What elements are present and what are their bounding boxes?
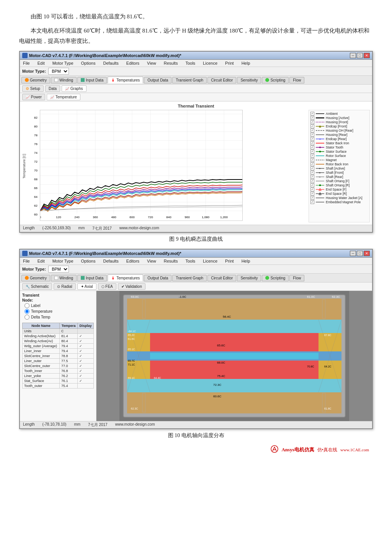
tab-sensitivity-2[interactable]: Sensitivity [237,275,261,281]
sub-tab-schematic-2[interactable]: 🔧 Schematic [22,283,52,290]
close-button-1[interactable]: ✕ [364,53,370,58]
menu-defaults-2[interactable]: Defaults [101,258,120,264]
menu-options-2[interactable]: Options [80,258,97,264]
tab-geometry-icon-1 [25,78,29,82]
sub-tab-bar-1: ⚙ Setup Data 📈 Graphs [20,85,372,93]
sub-tab-axial-2[interactable]: ✦ Axial [77,283,96,290]
svg-text:-1.0C: -1.0C [179,295,186,299]
sub-tab-radial-2[interactable]: ⊙ Radial [54,283,75,290]
menu-tools-1[interactable]: Tools [184,60,197,66]
tab-geometry-2[interactable]: Geometry [21,275,50,281]
radio-temperature-2[interactable]: Temperature [24,309,94,314]
transient-section-2: Transient Node: Label Temperature [22,293,94,320]
legend-line-stator-tooth [316,146,324,149]
menu-editors-1[interactable]: Editors [125,60,141,66]
status-date-1: 7七月 2017 [92,226,112,231]
minimize-button-2[interactable]: ─ [350,251,356,256]
menu-view-2[interactable]: View [145,258,158,264]
motor-type-select-2[interactable]: BPM [48,266,69,273]
menu-file-1[interactable]: File [21,60,31,66]
tab-circuiteditor-2[interactable]: Circuit Editor [207,275,236,281]
radio-label-2[interactable]: Label [24,303,94,308]
legend-label-magnet: Magnet [326,158,336,162]
tab-inputdata-2[interactable]: Input Data [77,275,107,281]
close-button-2[interactable]: ✕ [364,251,370,256]
tab-circuiteditor-1[interactable]: Circuit Editor [207,77,236,83]
restore-button-1[interactable]: □ [357,53,363,58]
tab-inputdata-icon-1 [81,78,85,82]
menu-motortype-1[interactable]: Motor Type [51,60,75,66]
menu-help-1[interactable]: Help [240,60,252,66]
menu-bar-2: File Edit Motor Type Options Defaults Ed… [20,258,372,265]
menu-results-2[interactable]: Results [162,258,180,264]
legend-item-shaft-front: ✓ × Shaft [Front] [310,171,368,175]
menu-view-1[interactable]: View [145,60,158,66]
legend-label-end-space-f: End Space [F] [326,188,346,191]
tab-scripting-1[interactable]: Scripting [262,77,289,83]
sub-tab-validation-2[interactable]: ✔ Validation [118,283,145,290]
radio-delta-2[interactable]: Delta Temp [24,315,94,320]
menu-motortype-2[interactable]: Motor Type [51,258,75,264]
svg-text:120: 120 [56,215,61,219]
legend-check-shaft-ohang-r: ✓ [310,183,314,187]
menu-help-2[interactable]: Help [240,258,252,264]
tab-temperatures-2[interactable]: 🌡 Temperatures [108,274,143,281]
svg-text:64.2C: 64.2C [324,365,332,368]
sub-tab-fea-2[interactable]: ⬡ FEA [98,283,116,290]
tab-geometry-1[interactable]: Geometry [21,77,50,83]
tab-scripting-icon-1 [265,78,269,82]
legend-line-shaft-ohang-r [316,184,324,187]
radio-input-delta-2[interactable] [24,315,29,320]
window-controls-2[interactable]: ─ □ ✕ [350,251,370,256]
graph-tab-power-1[interactable]: 📈 Power [22,94,45,100]
status-bar-1: Length (-226.50,169.30) mm 7七月 2017 www.… [20,225,372,232]
tab-outputdata-2[interactable]: Output Data [144,275,172,281]
tab-transientgraph-1[interactable]: Transient Graph [172,77,207,83]
menu-print-1[interactable]: Print [224,60,235,66]
window-controls-1[interactable]: ─ □ ✕ [350,53,370,58]
row-display-10: ✓ [78,379,94,384]
tab-winding-2[interactable]: Winding [51,275,77,281]
motor-type-select-1[interactable]: BPM [48,68,69,75]
legend-label-shaft-ohang-f: Shaft OHang [F] [326,179,349,183]
menu-edit-2[interactable]: Edit [36,258,46,264]
tab-scripting-label-2: Scripting [270,276,285,280]
sub-tab-setup-1[interactable]: ⚙ Setup [22,85,44,92]
tab-outputdata-1[interactable]: Output Data [144,77,172,83]
row-temp-5: 78.8 [60,354,78,359]
menu-defaults-1[interactable]: Defaults [101,60,120,66]
sub-tab-data-1[interactable]: Data [45,85,60,92]
svg-rect-91 [142,393,145,412]
menu-tools-2[interactable]: Tools [184,258,197,264]
svg-text:840: 840 [166,215,172,219]
restore-button-2[interactable]: □ [357,251,363,256]
svg-text:62: 62 [34,204,38,207]
tab-sensitivity-1[interactable]: Sensitivity [237,77,261,83]
menu-editors-2[interactable]: Editors [125,258,141,264]
minimize-button-1[interactable]: ─ [350,53,356,58]
svg-rect-72 [319,184,321,186]
menu-file-2[interactable]: File [21,258,31,264]
row-display-4: ✓ [78,349,94,354]
graph-tab-temperature-1[interactable]: 📈 Temperature [47,94,80,100]
graph-tab-bar-1: 📈 Power 📈 Temperature [20,93,372,101]
tab-flow-2[interactable]: Flow [289,275,304,281]
tab-temperatures-1[interactable]: 🌡 Temperatures [108,77,143,83]
menu-licence-1[interactable]: Licence [201,60,219,66]
sub-tab-graphs-1[interactable]: 📈 Graphs [62,85,87,92]
radio-input-label-2[interactable] [24,303,29,308]
menu-print-2[interactable]: Print [224,258,235,264]
menu-licence-2[interactable]: Licence [201,258,219,264]
menu-edit-1[interactable]: Edit [36,60,46,66]
col-header-temp: Tempera [60,323,78,329]
unit-name: Units [23,329,60,334]
menu-results-1[interactable]: Results [162,60,180,66]
tab-transientgraph-2[interactable]: Transient Graph [172,275,207,281]
tab-scripting-2[interactable]: Scripting [262,275,289,281]
tab-winding-1[interactable]: Winding [51,77,77,83]
tab-flow-1[interactable]: Flow [289,77,304,83]
radio-input-temperature-2[interactable] [24,309,29,314]
menu-options-1[interactable]: Options [80,60,97,66]
tab-inputdata-1[interactable]: Input Data [77,77,107,83]
row-display-11 [78,384,94,389]
